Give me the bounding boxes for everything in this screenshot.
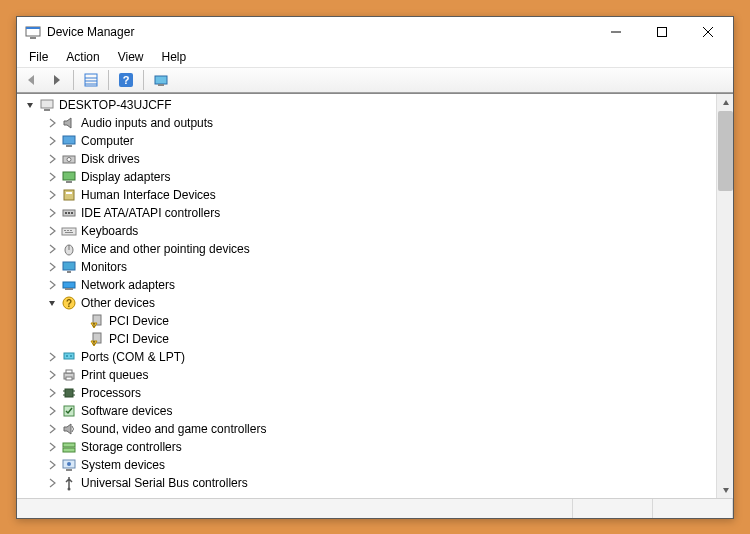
audio-icon <box>61 115 77 131</box>
back-button[interactable] <box>21 69 43 91</box>
svg-point-47 <box>66 355 68 357</box>
svg-text:?: ? <box>123 74 130 86</box>
tree-category[interactable]: Computer <box>21 132 716 150</box>
tree-category[interactable]: Human Interface Devices <box>21 186 716 204</box>
expander-icon[interactable] <box>45 476 59 490</box>
expander-icon[interactable] <box>45 206 59 220</box>
expander-icon[interactable] <box>45 368 59 382</box>
tree-category[interactable]: Monitors <box>21 258 716 276</box>
scroll-down-arrow[interactable] <box>717 481 733 498</box>
tree-category[interactable]: Network adapters <box>21 276 716 294</box>
svg-rect-17 <box>63 136 75 144</box>
tree-category[interactable]: IDE ATA/ATAPI controllers <box>21 204 716 222</box>
tree-category-label: Disk drives <box>81 152 140 166</box>
tree-category[interactable]: Storage controllers <box>21 438 716 456</box>
svg-rect-58 <box>63 443 75 447</box>
scrollbar[interactable] <box>716 94 733 498</box>
expander-icon[interactable] <box>45 404 59 418</box>
svg-point-48 <box>70 355 72 357</box>
svg-rect-28 <box>71 212 73 214</box>
tree-category[interactable]: Sound, video and game controllers <box>21 420 716 438</box>
tree-category[interactable]: Keyboards <box>21 222 716 240</box>
tree-category-label: Network adapters <box>81 278 175 292</box>
expander-icon[interactable] <box>45 260 59 274</box>
tree-root-label: DESKTOP-43UJCFF <box>59 98 171 112</box>
maximize-button[interactable] <box>639 17 685 47</box>
svg-rect-29 <box>62 228 76 235</box>
expander-icon[interactable] <box>45 188 59 202</box>
svg-rect-46 <box>64 353 74 359</box>
menu-action[interactable]: Action <box>58 49 107 65</box>
storage-icon <box>61 439 77 455</box>
svg-rect-16 <box>44 109 50 111</box>
expander-icon[interactable] <box>45 440 59 454</box>
menu-help[interactable]: Help <box>154 49 195 65</box>
expander-icon[interactable] <box>45 224 59 238</box>
tree-category-label: Keyboards <box>81 224 138 238</box>
tree-category[interactable]: Ports (COM & LPT) <box>21 348 716 366</box>
tree-root[interactable]: DESKTOP-43UJCFF <box>21 96 716 114</box>
minimize-button[interactable] <box>593 17 639 47</box>
expander-icon[interactable] <box>45 386 59 400</box>
svg-rect-30 <box>64 230 66 231</box>
menu-view[interactable]: View <box>110 49 152 65</box>
computer-icon <box>39 97 55 113</box>
status-cell <box>573 499 653 518</box>
tree-category[interactable]: Software devices <box>21 402 716 420</box>
system-icon <box>61 457 77 473</box>
help-button[interactable]: ? <box>115 69 137 91</box>
menu-file[interactable]: File <box>21 49 56 65</box>
tree-category[interactable]: Mice and other pointing devices <box>21 240 716 258</box>
tree-category[interactable]: Print queues <box>21 366 716 384</box>
svg-rect-50 <box>66 370 72 373</box>
expander-icon[interactable] <box>45 134 59 148</box>
svg-rect-14 <box>158 84 164 86</box>
toolbar-separator <box>143 70 144 90</box>
expander-icon[interactable] <box>45 422 59 436</box>
expander-icon[interactable] <box>45 152 59 166</box>
toolbar: ? <box>17 67 733 93</box>
computer-icon <box>61 133 77 149</box>
properties-button[interactable] <box>80 69 102 91</box>
tree-device[interactable]: !PCI Device <box>21 312 716 330</box>
tree-category[interactable]: System devices <box>21 456 716 474</box>
svg-rect-59 <box>63 448 75 452</box>
forward-button[interactable] <box>45 69 67 91</box>
tree-category[interactable]: Disk drives <box>21 150 716 168</box>
expander-icon[interactable] <box>45 458 59 472</box>
svg-rect-2 <box>30 37 36 39</box>
close-button[interactable] <box>685 17 731 47</box>
tree-category[interactable]: Display adapters <box>21 168 716 186</box>
expander-icon[interactable] <box>45 296 59 310</box>
svg-rect-1 <box>26 27 40 29</box>
device-tree[interactable]: DESKTOP-43UJCFFAudio inputs and outputsC… <box>17 94 716 498</box>
content: DESKTOP-43UJCFFAudio inputs and outputsC… <box>17 93 733 498</box>
tree-category-label: Audio inputs and outputs <box>81 116 213 130</box>
tree-category-label: System devices <box>81 458 165 472</box>
tree-category-label: Display adapters <box>81 170 170 184</box>
tree-category[interactable]: ?Other devices <box>21 294 716 312</box>
scroll-up-arrow[interactable] <box>717 94 733 111</box>
tree-category-label: IDE ATA/ATAPI controllers <box>81 206 220 220</box>
scroll-thumb[interactable] <box>718 111 733 191</box>
expander-icon[interactable] <box>23 98 37 112</box>
tree-category[interactable]: Processors <box>21 384 716 402</box>
tree-category[interactable]: Audio inputs and outputs <box>21 114 716 132</box>
tree-category[interactable]: Universal Serial Bus controllers <box>21 474 716 492</box>
expander-icon[interactable] <box>45 278 59 292</box>
expander-icon[interactable] <box>45 350 59 364</box>
ports-icon <box>61 349 77 365</box>
scan-button[interactable] <box>150 69 172 91</box>
expander-icon[interactable] <box>45 116 59 130</box>
tree-category-label: Other devices <box>81 296 155 310</box>
expander-icon[interactable] <box>45 242 59 256</box>
tree-category-label: Human Interface Devices <box>81 188 216 202</box>
tree-category-label: Processors <box>81 386 141 400</box>
tree-device[interactable]: !PCI Device <box>21 330 716 348</box>
expander-icon[interactable] <box>45 170 59 184</box>
usb-icon <box>61 475 77 491</box>
svg-rect-36 <box>63 262 75 270</box>
tree-category-label: Universal Serial Bus controllers <box>81 476 248 490</box>
ide-icon <box>61 205 77 221</box>
toolbar-separator <box>73 70 74 90</box>
